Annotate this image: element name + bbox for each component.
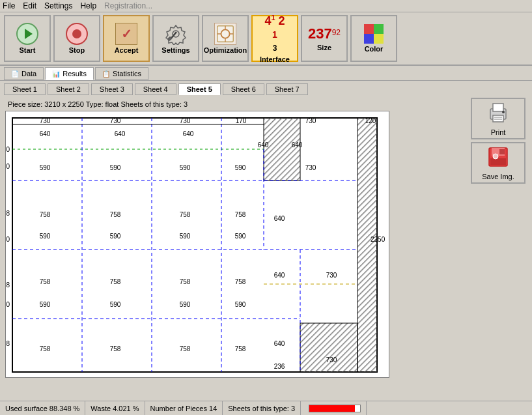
stop-button[interactable]: Stop xyxy=(53,15,100,62)
tab-statistics[interactable]: 📋 Statistics xyxy=(95,67,148,80)
settings-button[interactable]: Settings xyxy=(152,15,199,62)
svg-text:730: 730 xyxy=(305,164,316,171)
svg-text:758: 758 xyxy=(40,211,51,218)
sheet-tab-4[interactable]: Sheet 4 xyxy=(135,83,176,95)
sheet-tab-1[interactable]: Sheet 1 xyxy=(4,83,46,95)
menu-settings[interactable]: Settings xyxy=(44,1,72,10)
print-label: Print xyxy=(491,128,506,136)
size-button[interactable]: 23792 Size xyxy=(301,15,348,62)
svg-text:590: 590 xyxy=(235,301,246,308)
svg-text:730: 730 xyxy=(110,117,121,124)
svg-text:758: 758 xyxy=(40,345,51,352)
accept-label: Accept xyxy=(115,46,139,54)
stop-label: Stop xyxy=(69,46,85,54)
color-button[interactable]: Color xyxy=(350,15,397,62)
statusbar: Used surface 88.348 % Waste 4.021 % Numb… xyxy=(0,401,532,415)
svg-text:590: 590 xyxy=(6,236,10,243)
accept-button[interactable]: ✓ Accept xyxy=(103,15,150,62)
svg-point-84 xyxy=(502,111,505,113)
svg-text:758: 758 xyxy=(6,210,10,217)
svg-rect-12 xyxy=(264,118,300,180)
sheet-tab-5[interactable]: Sheet 5 xyxy=(178,83,221,95)
svg-text:730: 730 xyxy=(305,117,316,124)
menu-help[interactable]: Help xyxy=(80,1,96,10)
svg-text:640: 640 xyxy=(274,215,285,222)
svg-text:758: 758 xyxy=(235,278,246,285)
sheet-tab-3[interactable]: Sheet 3 xyxy=(91,83,133,95)
svg-text:590: 590 xyxy=(110,164,121,171)
optimization-label: Optimization xyxy=(204,46,247,54)
svg-text:590: 590 xyxy=(110,301,121,308)
svg-text:758: 758 xyxy=(110,211,121,218)
sheet-tab-2[interactable]: Sheet 2 xyxy=(48,83,89,95)
optimization-button[interactable]: Optimization xyxy=(202,15,249,62)
svg-text:590: 590 xyxy=(180,233,191,240)
interface-button[interactable]: 41 213 Interface xyxy=(251,15,298,62)
svg-text:758: 758 xyxy=(40,278,51,285)
size-icon: 23792 xyxy=(308,25,341,42)
waste-status: Waste 4.021 % xyxy=(85,401,145,415)
main-area: Piece size: 3210 x 2250 Type: float Shee… xyxy=(0,95,532,395)
size-label: Size xyxy=(317,44,331,51)
print-icon xyxy=(486,101,510,126)
number-pieces-status: Number of Pieces 14 xyxy=(145,401,223,415)
svg-text:590: 590 xyxy=(235,164,246,171)
svg-text:758: 758 xyxy=(110,345,121,352)
svg-text:590: 590 xyxy=(180,164,191,171)
optimization-icon xyxy=(214,23,236,45)
svg-marker-0 xyxy=(166,25,186,45)
svg-rect-14 xyxy=(300,323,357,372)
svg-text:590: 590 xyxy=(6,301,10,308)
menu-file[interactable]: File xyxy=(3,1,15,10)
svg-text:170: 170 xyxy=(236,117,247,124)
interface-label: Interface xyxy=(260,55,290,63)
color-icon xyxy=(364,24,384,44)
progress-fill xyxy=(309,405,355,412)
print-button[interactable]: Print xyxy=(471,98,525,139)
svg-text:640: 640 xyxy=(183,130,194,137)
sheets-of-type-status: Sheets of this type: 3 xyxy=(223,401,301,415)
tab-results[interactable]: 📊 Results xyxy=(45,67,94,80)
svg-text:590: 590 xyxy=(110,233,121,240)
settings-icon xyxy=(165,23,187,45)
sheet-tabs: Sheet 1 Sheet 2 Sheet 3 Sheet 4 Sheet 5 … xyxy=(0,81,532,95)
svg-rect-81 xyxy=(493,115,503,122)
svg-text:590: 590 xyxy=(40,233,51,240)
svg-text:758: 758 xyxy=(235,345,246,352)
svg-text:120: 120 xyxy=(365,117,376,124)
interface-icon: 41 213 xyxy=(264,14,285,53)
side-panel: Print Save Img. xyxy=(471,98,529,392)
svg-text:590: 590 xyxy=(6,163,10,170)
svg-text:590: 590 xyxy=(40,301,51,308)
color-label: Color xyxy=(365,45,384,53)
svg-rect-88 xyxy=(490,158,506,165)
start-icon xyxy=(16,23,38,45)
progress-section xyxy=(301,401,367,415)
svg-text:590: 590 xyxy=(180,301,191,308)
settings-label: Settings xyxy=(161,46,189,54)
accept-icon: ✓ xyxy=(115,23,137,45)
svg-text:730: 730 xyxy=(326,356,337,364)
save-img-label: Save Img. xyxy=(482,173,514,180)
svg-text:640: 640 xyxy=(274,340,285,347)
start-button[interactable]: Start xyxy=(4,15,51,62)
menubar: File Edit Settings Help Registration... xyxy=(0,0,532,12)
svg-text:640: 640 xyxy=(115,130,126,137)
save-img-button[interactable]: Save Img. xyxy=(471,142,525,184)
cutting-svg: 730 730 730 170 730 120 640 590 xyxy=(6,111,390,379)
used-surface-status: Used surface 88.348 % xyxy=(0,401,85,415)
sheet-tab-7[interactable]: Sheet 7 xyxy=(266,83,308,95)
svg-text:758: 758 xyxy=(235,211,246,218)
menu-edit[interactable]: Edit xyxy=(23,1,36,10)
svg-rect-13 xyxy=(357,118,377,372)
sheet-tab-6[interactable]: Sheet 6 xyxy=(223,83,264,95)
svg-text:590: 590 xyxy=(40,164,51,171)
nav-tabbar: 📄 Data 📊 Results 📋 Statistics xyxy=(0,66,532,81)
svg-text:758: 758 xyxy=(180,278,191,285)
svg-text:758: 758 xyxy=(110,278,121,285)
svg-text:640: 640 xyxy=(292,141,303,149)
svg-text:640: 640 xyxy=(40,130,51,137)
tab-data[interactable]: 📄 Data xyxy=(4,67,44,80)
svg-text:236: 236 xyxy=(274,363,285,370)
menu-registration[interactable]: Registration... xyxy=(104,1,152,10)
